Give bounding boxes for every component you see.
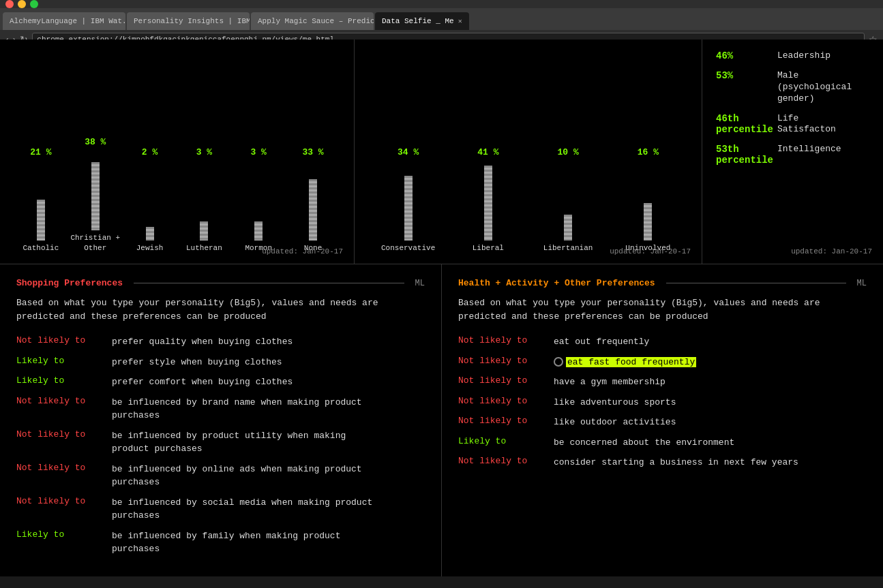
politics-bar-col: 41 %Liberal: [448, 147, 528, 253]
highlighted-text: eat fast food frequently: [566, 357, 696, 367]
shopping-item: Likely toprefer comfort when buying clot…: [16, 375, 425, 389]
activity-label: be influenced by brand name when making …: [112, 396, 425, 422]
stat-label: Life Satisfacton: [777, 113, 836, 136]
likelihood-label: Not likely to: [16, 429, 112, 456]
likelihood-label: Not likely to: [458, 396, 554, 409]
tab-alchemy[interactable]: AlchemyLanguage | IBM Wat... ✕: [3, 12, 125, 30]
activity-label: be influenced by online ads when making …: [112, 463, 425, 489]
cursor-circle-icon: [554, 357, 563, 367]
bar-visual: [564, 215, 572, 241]
bar-container: [146, 159, 154, 241]
minimize-button[interactable]: [18, 0, 26, 8]
tab-label: Personality Insights | IBM Wat...: [134, 17, 250, 25]
shopping-item: Not likely tobe influenced by product ut…: [16, 429, 425, 456]
tab-close-icon[interactable]: ✕: [458, 17, 462, 25]
tab-label: Data Selfie _ Me: [382, 17, 454, 25]
religion-bar-col: 21 %Catholic: [14, 147, 68, 253]
shopping-items: Not likely toprefer quality when buying …: [16, 335, 425, 556]
bar-percent: 3 %: [196, 147, 212, 157]
bar-visual: [644, 203, 652, 241]
politics-bar-col: 16 %Uninvolved: [608, 147, 688, 253]
shopping-title: Shopping Preferences: [16, 278, 123, 288]
religion-bar-col: 33 %None: [286, 147, 340, 253]
religion-bar-col: 3 %Lutheran: [177, 147, 231, 253]
stat-row: 53%Male (psychological gender): [716, 70, 869, 105]
bar-percent: 21 %: [30, 147, 51, 157]
bar-label: Lutheran: [186, 243, 222, 253]
activity-label: eat out frequently: [554, 335, 867, 349]
health-item: Likely tobe concerned about the environm…: [458, 436, 867, 450]
shopping-divider: [134, 283, 404, 283]
stat-label: Intelligence: [777, 144, 841, 155]
stats-updated: updated: Jan-20-17: [791, 247, 872, 256]
bar-percent: 41 %: [477, 147, 498, 157]
likelihood-label: Likely to: [458, 436, 554, 450]
bar-label: Conservative: [381, 243, 435, 253]
health-item: Not likely tohave a gym membership: [458, 375, 867, 389]
bar-visual: [404, 176, 413, 241]
religion-bar-col: 3 %Mormon: [231, 147, 286, 253]
tab-data-selfie[interactable]: Data Selfie _ Me ✕: [375, 12, 469, 30]
stat-row: 53th percentileIntelligence: [716, 144, 869, 166]
politics-bars: 34 %Conservative41 %Liberal10 %Libertani…: [368, 57, 688, 253]
health-panel: Health + Activity + Other Preferences ML…: [442, 264, 883, 576]
religion-updated: updated: Jan-20-17: [262, 247, 343, 256]
stats-panel: 46%Leadership53%Male (psychological gend…: [702, 40, 883, 264]
bar-visual: [91, 162, 100, 230]
tab-label: Apply Magic Sauce – Predicti...: [258, 17, 374, 25]
religion-bar-col: 2 %Jewish: [123, 147, 177, 253]
politics-updated: updated: Jan-20-17: [610, 247, 691, 256]
activity-label: have a gym membership: [554, 375, 867, 389]
bar-visual: [484, 166, 492, 241]
stat-percent: 53th percentile: [716, 144, 777, 166]
maximize-button[interactable]: [30, 0, 38, 8]
activity-label: eat fast food frequently: [554, 356, 867, 369]
religion-bar-col: 38 %Christian + Other: [68, 137, 123, 253]
stat-row: 46%Leadership: [716, 50, 869, 62]
shopping-header: Shopping Preferences ML: [16, 278, 425, 288]
bar-container: [564, 159, 572, 241]
bar-percent: 10 %: [558, 147, 579, 157]
shopping-item: Likely toprefer style when buying clothe…: [16, 356, 425, 369]
bar-percent: 2 %: [142, 147, 158, 157]
bottom-panels-row: Shopping Preferences ML Based on what yo…: [0, 264, 883, 576]
tab-magic-sauce[interactable]: Apply Magic Sauce – Predicti... ✕: [251, 12, 374, 30]
main-content: 21 %Catholic38 %Christian + Other2 %Jewi…: [0, 40, 883, 576]
bar-label: Catholic: [23, 243, 59, 253]
bar-visual: [254, 221, 263, 241]
close-button[interactable]: [5, 0, 14, 8]
likelihood-label: Not likely to: [458, 375, 554, 389]
bar-label: Jewish: [136, 243, 164, 253]
tabs-bar: AlchemyLanguage | IBM Wat... ✕ Personali…: [0, 8, 883, 30]
bar-container: [91, 149, 100, 230]
activity-label: prefer quality when buying clothes: [112, 335, 425, 349]
bar-label: Liberal: [473, 243, 504, 253]
bar-container: [484, 159, 492, 241]
activity-label: be influenced by product utility when ma…: [112, 429, 425, 456]
bar-container: [200, 159, 208, 241]
shopping-item: Likely tobe influenced by family when ma…: [16, 529, 425, 556]
stat-label: Leadership: [777, 50, 830, 62]
politics-bar-col: 34 %Conservative: [368, 147, 448, 253]
likelihood-label: Not likely to: [16, 335, 112, 349]
bar-container: [254, 159, 263, 241]
activity-label: be concerned about the environment: [554, 436, 867, 450]
bar-percent: 33 %: [302, 147, 323, 157]
likelihood-label: Not likely to: [458, 456, 554, 469]
bar-container: [37, 159, 45, 241]
likelihood-label: Not likely to: [16, 396, 112, 422]
likelihood-label: Not likely to: [458, 335, 554, 349]
health-item: Not likely tolike outdoor activities: [458, 416, 867, 429]
stat-label: Male (psychological gender): [777, 70, 852, 105]
health-title: Health + Activity + Other Preferences: [458, 278, 655, 288]
shopping-item: Not likely tobe influenced by social med…: [16, 496, 425, 523]
tab-label: AlchemyLanguage | IBM Wat...: [10, 17, 125, 25]
likelihood-label: Likely to: [16, 375, 112, 389]
likelihood-label: Likely to: [16, 529, 112, 556]
bar-container: [644, 159, 652, 241]
religion-panel: 21 %Catholic38 %Christian + Other2 %Jewi…: [0, 40, 355, 264]
bar-label: Christian + Other: [68, 233, 123, 253]
stat-percent: 46th percentile: [716, 113, 777, 135]
activity-label: prefer comfort when buying clothes: [112, 375, 425, 389]
tab-personality[interactable]: Personality Insights | IBM Wat... ✕: [127, 12, 250, 30]
